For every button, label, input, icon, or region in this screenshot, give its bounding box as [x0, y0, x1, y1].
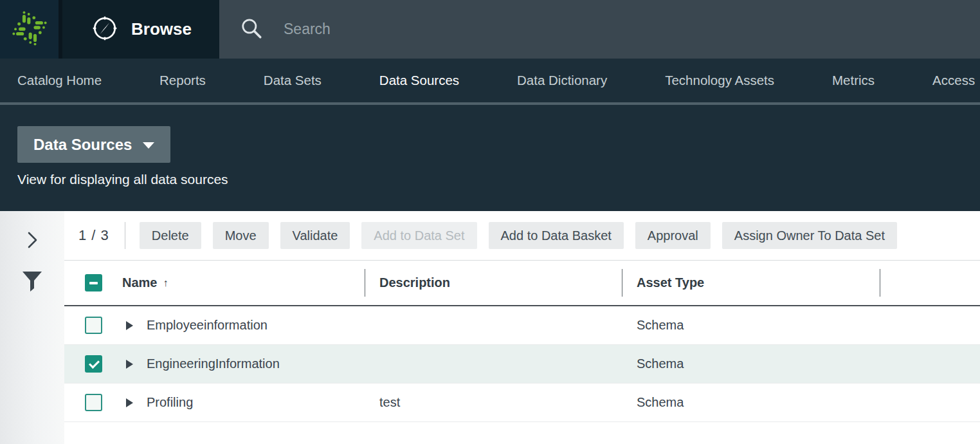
select-all-checkbox[interactable]: [85, 274, 102, 291]
column-header-asset-type[interactable]: Asset Type: [622, 261, 880, 305]
move-button[interactable]: Move: [213, 222, 269, 249]
row-checkbox[interactable]: [85, 317, 102, 334]
nav-tab-catalog-home[interactable]: Catalog Home: [17, 59, 102, 102]
collapsed-sidebar: [0, 211, 64, 444]
search-bar[interactable]: [219, 0, 980, 59]
nav-tab-reports[interactable]: Reports: [159, 59, 206, 102]
expand-row-icon[interactable]: [126, 321, 133, 330]
toolbar: 1 / 3 Delete Move Validate Add to Data S…: [64, 211, 980, 260]
column-header-description[interactable]: Description: [365, 261, 622, 305]
column-header-extra: [880, 261, 980, 305]
page-indicator: 1 / 3: [78, 227, 109, 244]
row-checkbox-cell: [64, 355, 122, 373]
nav-tab-technology-assets[interactable]: Technology Assets: [665, 59, 774, 102]
assign-owner-to-data-set-button[interactable]: Assign Owner To Data Set: [722, 222, 897, 249]
approval-button[interactable]: Approval: [635, 222, 711, 249]
asset-type: Schema: [622, 318, 880, 333]
nav-tab-metrics[interactable]: Metrics: [832, 59, 875, 102]
table-body: Employeeinformation Schema EngineeringIn…: [64, 306, 980, 422]
nav-tab-label: Data Dictionary: [517, 73, 607, 88]
row-checkbox[interactable]: [85, 355, 102, 373]
nav-tab-label: Access: [932, 73, 975, 88]
add-to-data-basket-button[interactable]: Add to Data Basket: [489, 222, 624, 249]
column-header-asset-type-label: Asset Type: [637, 275, 704, 290]
table-row: Profiling test Schema: [64, 384, 980, 422]
app-logo[interactable]: [0, 0, 59, 59]
view-subtitle: View for displaying all data sources: [17, 172, 980, 187]
nav-tab-label: Reports: [159, 73, 206, 88]
compass-icon: [90, 14, 120, 46]
add-to-data-set-button: Add to Data Set: [361, 222, 476, 249]
select-all-cell: [64, 261, 122, 305]
table-row: EngineeringInformation Schema: [64, 345, 980, 384]
content-area: 1 / 3 Delete Move Validate Add to Data S…: [0, 211, 980, 444]
validate-button[interactable]: Validate: [280, 222, 350, 249]
expand-row-icon[interactable]: [126, 398, 133, 407]
table-row: Employeeinformation Schema: [64, 306, 980, 345]
row-expand-cell: [122, 398, 147, 407]
main-panel: 1 / 3 Delete Move Validate Add to Data S…: [64, 211, 980, 444]
asset-name[interactable]: Employeeinformation: [147, 318, 365, 333]
asset-name[interactable]: EngineeringInformation: [147, 356, 365, 371]
nav-tab-label: Technology Assets: [665, 73, 774, 88]
collibra-logo-icon: [12, 10, 48, 49]
chevron-down-icon: [143, 142, 154, 149]
asset-description: test: [365, 395, 622, 410]
asset-type: Schema: [622, 356, 880, 371]
row-expand-cell: [122, 321, 147, 330]
browse-label: Browse: [131, 19, 192, 39]
column-header-name-label: Name: [122, 275, 157, 290]
nav-tab-label: Data Sources: [379, 73, 459, 88]
filter-button[interactable]: [21, 270, 43, 292]
app-window: Browse Catalog Home Reports Data Sets Da…: [0, 0, 980, 444]
row-checkbox-cell: [64, 394, 122, 411]
asset-name[interactable]: Profiling: [147, 395, 365, 410]
view-title: Data Sources: [33, 136, 132, 154]
expand-sidebar-button[interactable]: [24, 230, 40, 250]
toolbar-divider: [125, 222, 125, 249]
row-checkbox-cell: [64, 317, 122, 334]
column-header-description-label: Description: [379, 275, 450, 290]
nav-tab-label: Metrics: [832, 73, 875, 88]
view-selector-dropdown[interactable]: Data Sources: [17, 126, 170, 163]
nav-tab-data-sources[interactable]: Data Sources: [379, 59, 459, 102]
main-nav: Catalog Home Reports Data Sets Data Sour…: [0, 59, 980, 105]
search-icon: [240, 17, 263, 42]
row-checkbox[interactable]: [85, 394, 102, 411]
expand-row-icon[interactable]: [126, 360, 133, 369]
view-header: Data Sources View for displaying all dat…: [0, 105, 980, 211]
nav-tab-label: Catalog Home: [17, 73, 102, 88]
data-sources-table: Name ↑ Description Asset Type: [64, 260, 980, 422]
nav-tab-data-dictionary[interactable]: Data Dictionary: [517, 59, 607, 102]
nav-tab-data-sets[interactable]: Data Sets: [264, 59, 322, 102]
nav-tab-label: Data Sets: [264, 73, 322, 88]
toolbar-buttons: Delete Move Validate Add to Data Set Add…: [140, 222, 897, 249]
search-input[interactable]: [284, 21, 798, 38]
column-header-name[interactable]: Name ↑: [122, 261, 365, 305]
delete-button[interactable]: Delete: [140, 222, 201, 249]
topbar: Browse: [0, 0, 980, 59]
row-expand-cell: [122, 360, 147, 369]
sort-asc-icon: ↑: [163, 277, 168, 289]
browse-button[interactable]: Browse: [59, 0, 219, 59]
table-header-row: Name ↑ Description Asset Type: [64, 260, 980, 306]
nav-tab-access[interactable]: Access: [932, 59, 975, 102]
asset-type: Schema: [622, 395, 880, 410]
